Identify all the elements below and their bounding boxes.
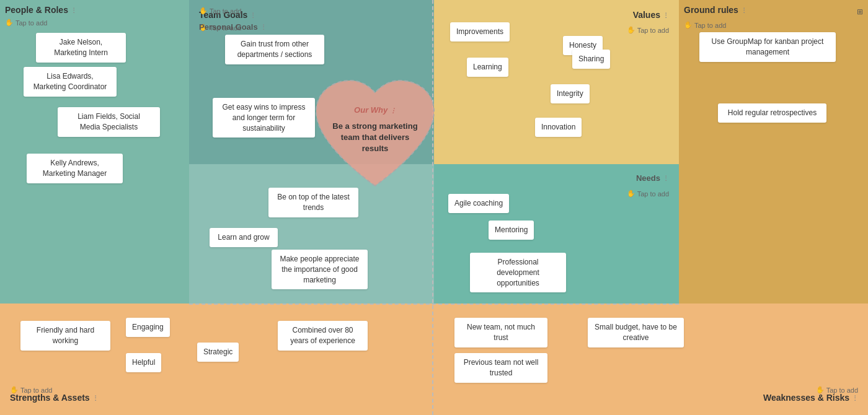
goal-card-appreciate[interactable]: Make people appreciate the importance of… [272, 250, 368, 289]
values-tap-add[interactable]: Tap to add [627, 26, 669, 34]
values-title: Values ⋮ [633, 10, 669, 20]
person-card-jake[interactable]: Jake Nelson,Marketing Intern [36, 33, 126, 63]
strength-card-helpful[interactable]: Helpful [126, 353, 161, 372]
people-roles-tap-add[interactable]: Tap to add [5, 19, 184, 27]
person-card-kelly[interactable]: Kelly Andrews,Marketing Manager [27, 154, 123, 183]
need-card-mentoring[interactable]: Mentoring [489, 221, 534, 240]
value-card-innovation[interactable]: Innovation [535, 118, 582, 137]
goal-card-learn[interactable]: Learn and grow [210, 228, 278, 247]
needs-tap-add[interactable]: Tap to add [627, 190, 669, 198]
weaknesses-title: Weaknesses & Risks ⋮ [763, 393, 858, 403]
strength-card-strategic[interactable]: Strategic [197, 343, 239, 362]
rule-card-groupmap[interactable]: Use GroupMap for kanban project manageme… [699, 32, 836, 62]
weakness-card-budget[interactable]: Small budget, have to be creative [588, 318, 684, 347]
strength-card-experience[interactable]: Combined over 80 years of experience [278, 321, 368, 351]
personal-goals-tap-add[interactable]: Tap to add [199, 7, 241, 15]
people-roles-cell: People & Roles ⋮ Tap to add Jake Nelson,… [0, 0, 189, 304]
weaknesses-menu-icon[interactable]: ⋮ [852, 395, 858, 401]
personal-goals-label: Personal Goals ⋮ [199, 22, 267, 32]
weakness-card-new-team[interactable]: New team, not much trust [454, 318, 547, 347]
value-card-learning[interactable]: Learning [467, 58, 508, 77]
strength-card-engaging[interactable]: Engaging [126, 318, 170, 337]
values-needs-cell: Values ⋮ Tap to add Improvements Honesty… [434, 0, 679, 304]
goal-card-gain-trust[interactable]: Gain trust from other departments / sect… [225, 35, 324, 64]
personal-goals-menu-icon[interactable]: ⋮ [260, 24, 267, 30]
strengths-title: Strengths & Assets ⋮ [10, 393, 99, 403]
team-goals-menu-icon[interactable]: ⋮ [250, 12, 256, 19]
ground-rules-menu-icon[interactable]: ⋮ [741, 7, 747, 14]
needs-menu-icon[interactable]: ⋮ [663, 175, 669, 181]
people-roles-menu-icon[interactable]: ⋮ [71, 7, 77, 14]
ground-rules-title: Ground rules ⋮ [684, 5, 747, 15]
ground-rules-cell: Ground rules ⋮ ⊞ Tap to add Use GroupMap… [679, 0, 868, 304]
team-goals-cell: Team Goals ⋮ Tap to add Gain trust from … [189, 0, 434, 304]
needs-title: Needs ⋮ [636, 173, 669, 183]
values-menu-icon[interactable]: ⋮ [663, 12, 669, 19]
person-card-liam[interactable]: Liam Fields, SocialMedia Specialists [58, 107, 160, 137]
rule-card-retrospectives[interactable]: Hold regular retrospectives [718, 103, 826, 123]
value-card-integrity[interactable]: Integrity [551, 84, 590, 103]
strengths-cell: Friendly and hard working Engaging Strat… [0, 304, 434, 415]
goal-card-easy-wins[interactable]: Get easy wins to impress and longer term… [213, 98, 315, 138]
value-card-sharing[interactable]: Sharing [572, 50, 610, 69]
value-card-improvements[interactable]: Improvements [450, 22, 510, 42]
strength-card-friendly[interactable]: Friendly and hard working [20, 321, 110, 351]
ground-rules-tap-add[interactable]: Tap to add [684, 21, 863, 29]
weakness-card-prev-team[interactable]: Previous team not well trusted [454, 353, 547, 383]
goal-card-trends[interactable]: Be on top of the latest trends [268, 188, 358, 217]
need-card-agile[interactable]: Agile coaching [448, 194, 509, 213]
people-roles-title: People & Roles ⋮ [5, 5, 184, 15]
need-card-professional[interactable]: Professional development opportunities [470, 253, 566, 292]
ground-rules-filter-icon[interactable]: ⊞ [857, 7, 863, 16]
weaknesses-cell: New team, not much trust Previous team n… [434, 304, 868, 415]
strengths-menu-icon[interactable]: ⋮ [92, 395, 99, 401]
person-card-lisa[interactable]: Lisa Edwards,Marketing Coordinator [24, 67, 117, 97]
